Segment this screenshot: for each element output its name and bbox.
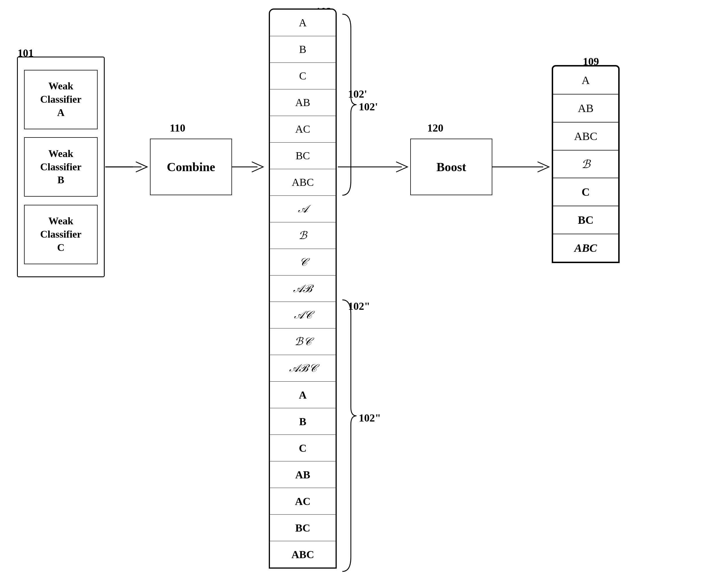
list-item-a-italic: 𝒜 [270, 196, 335, 222]
list-item-c: C [270, 63, 335, 89]
list-item-a: A [270, 9, 335, 36]
label-102prime-brace: 102' [359, 100, 378, 113]
label-120: 120 [427, 122, 443, 134]
list-item-bc: BC [270, 143, 335, 169]
list-item-b: B [270, 36, 335, 63]
list-item-ab: AB [270, 89, 335, 116]
list-item-c-italic: 𝒞 [270, 249, 335, 276]
list-item-b-italic: ℬ [270, 222, 335, 249]
label-102prime: 102' [348, 88, 367, 100]
list-item-ac-bold: AC [270, 488, 335, 515]
svg-line-3 [338, 167, 402, 288]
label-110: 110 [170, 122, 185, 134]
list-item-bc-bold: BC [270, 515, 335, 541]
output-item-a: A [553, 67, 618, 94]
diagram: 101 WeakClassifierA WeakClassifierB Weak… [0, 0, 728, 587]
weak-classifier-c: WeakClassifierC [24, 205, 98, 264]
combine-box: Combine [150, 139, 232, 195]
list-item-b-bold: B [270, 408, 335, 435]
output-box-109: A AB ABC ℬ C BC ABC [552, 65, 620, 263]
output-item-bc-bold: BC [553, 206, 618, 234]
list-item-a-bold: A [270, 382, 335, 408]
boost-label: Boost [436, 160, 466, 174]
weak-classifier-a: WeakClassifierA [24, 70, 98, 129]
output-box-inner: A AB ABC ℬ C BC ABC [553, 67, 618, 262]
list-item-ac-italic: 𝒜𝒞 [270, 302, 335, 328]
label-102doubleprime: 102" [348, 300, 370, 312]
boost-box: Boost [410, 139, 492, 195]
list-item-bc-italic: ℬ𝒞 [270, 328, 335, 355]
list-item-abc-bold: ABC [270, 541, 335, 567]
weak-classifiers-container: WeakClassifierA WeakClassifierB WeakClas… [17, 56, 105, 277]
list-box-102: A B C AB AC BC ABC 𝒜 ℬ 𝒞 𝒜ℬ 𝒜𝒞 ℬ𝒞 𝒜ℬ𝒞 A … [269, 8, 337, 569]
list-box-inner: A B C AB AC BC ABC 𝒜 ℬ 𝒞 𝒜ℬ 𝒜𝒞 ℬ𝒞 𝒜ℬ𝒞 A … [270, 9, 335, 567]
list-item-ab-italic: 𝒜ℬ [270, 276, 335, 302]
weak-classifier-b: WeakClassifierB [24, 137, 98, 196]
output-item-abc: ABC [553, 122, 618, 150]
output-item-abc-bold-italic: ABC [553, 234, 618, 262]
output-item-c-bold: C [553, 178, 618, 206]
combine-label: Combine [167, 160, 215, 174]
output-item-b-italic: ℬ [553, 150, 618, 179]
list-item-ac: AC [270, 116, 335, 143]
list-item-c-bold: C [270, 435, 335, 462]
list-item-ab-bold: AB [270, 462, 335, 488]
list-item-abc-italic: 𝒜ℬ𝒞 [270, 355, 335, 382]
label-102doubleprime-brace: 102" [359, 412, 381, 424]
list-item-abc: ABC [270, 169, 335, 196]
output-item-ab: AB [553, 94, 618, 122]
